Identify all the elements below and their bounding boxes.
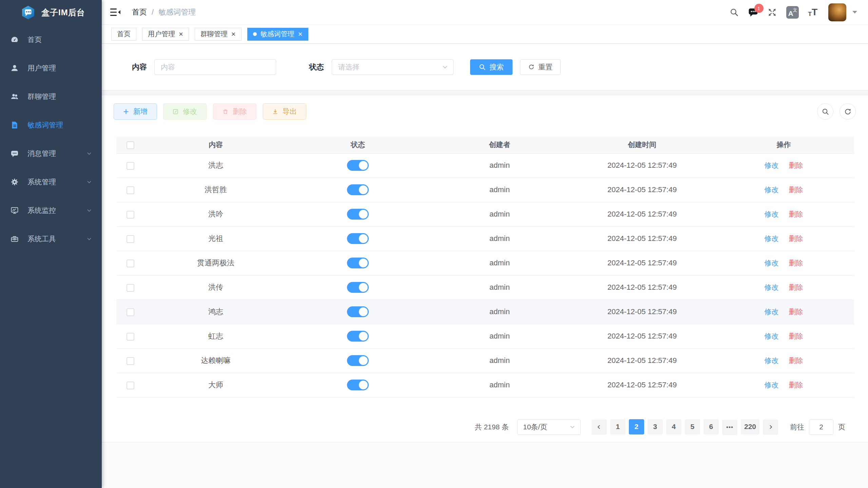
status-toggle[interactable] (347, 282, 369, 293)
content-input[interactable] (154, 59, 276, 75)
delete-button[interactable]: 删除 (213, 103, 256, 120)
refresh-icon (528, 64, 535, 70)
close-icon[interactable]: × (179, 30, 183, 38)
delete-link[interactable]: 删除 (789, 161, 803, 169)
header-messages-button[interactable]: 1 (748, 8, 758, 17)
row-checkbox[interactable] (127, 260, 134, 267)
row-checkbox[interactable] (127, 186, 134, 194)
language-switch-button[interactable]: A 文 (786, 6, 799, 19)
avatar[interactable] (828, 3, 846, 21)
delete-link[interactable]: 删除 (789, 235, 803, 242)
page-button-3[interactable]: 3 (648, 419, 663, 434)
status-toggle[interactable] (347, 233, 369, 244)
sidebar-item-system-monitor[interactable]: 系统监控 (0, 196, 102, 225)
column-header-creator: 创建者 (428, 137, 571, 153)
breadcrumb-current: 敏感词管理 (158, 7, 196, 17)
page-button-220[interactable]: 220 (741, 419, 759, 434)
tab-sensitive-words[interactable]: 敏感词管理 × (247, 28, 308, 41)
sidebar-item-users[interactable]: 用户管理 (0, 54, 102, 82)
header-search-button[interactable] (730, 8, 739, 17)
row-checkbox[interactable] (127, 284, 134, 292)
page-size-select[interactable]: 10条/页 (517, 420, 581, 435)
sidebar-item-system-admin[interactable]: 系统管理 (0, 168, 102, 196)
delete-link[interactable]: 删除 (789, 332, 803, 340)
sidebar-item-system-tools[interactable]: 系统工具 (0, 225, 102, 253)
edit-link[interactable]: 修改 (765, 161, 779, 169)
delete-link[interactable]: 删除 (789, 186, 803, 194)
status-toggle[interactable] (347, 355, 369, 366)
monitor-icon (10, 206, 19, 215)
edit-link[interactable]: 修改 (765, 332, 779, 340)
pager-next-button[interactable] (763, 420, 778, 435)
row-checkbox[interactable] (127, 333, 134, 341)
sidebar-item-groups[interactable]: 群聊管理 (0, 82, 102, 111)
status-toggle[interactable] (347, 160, 369, 171)
delete-link[interactable]: 删除 (789, 259, 803, 267)
add-button-label: 新增 (133, 107, 148, 116)
edit-link[interactable]: 修改 (765, 235, 779, 242)
cell-created-at: 2024-12-05 12:57:49 (571, 300, 713, 324)
delete-link[interactable]: 删除 (789, 283, 803, 291)
sidebar-item-messages[interactable]: 消息管理 (0, 139, 102, 168)
sidebar-item-sensitive-words[interactable]: 敏感词管理 (0, 111, 102, 139)
page-button-5[interactable]: 5 (685, 419, 700, 434)
row-checkbox[interactable] (127, 308, 134, 316)
delete-link[interactable]: 删除 (789, 308, 803, 316)
page-button-6[interactable]: 6 (703, 419, 719, 434)
cell-content: 洪传 (144, 275, 287, 300)
status-toggle[interactable] (347, 184, 369, 195)
breadcrumb-home[interactable]: 首页 (132, 7, 147, 17)
user-menu[interactable] (828, 3, 857, 21)
status-toggle[interactable] (347, 380, 369, 390)
row-checkbox[interactable] (127, 162, 134, 170)
edit-link[interactable]: 修改 (765, 283, 779, 291)
message-icon (10, 149, 19, 158)
sidebar-collapse-icon[interactable] (110, 8, 120, 17)
row-checkbox[interactable] (127, 235, 134, 243)
edit-link[interactable]: 修改 (765, 308, 779, 316)
export-button[interactable]: 导出 (263, 103, 306, 120)
delete-link[interactable]: 删除 (789, 357, 803, 364)
pager-prev-button[interactable] (592, 420, 607, 435)
tab-user-management[interactable]: 用户管理 × (142, 28, 189, 41)
status-toggle[interactable] (347, 209, 369, 220)
edit-link[interactable]: 修改 (765, 381, 779, 389)
goto-suffix: 页 (838, 422, 845, 432)
download-icon (272, 109, 278, 115)
delete-link[interactable]: 删除 (789, 381, 803, 389)
tab-group-management[interactable]: 群聊管理 × (195, 28, 242, 41)
pager-ellipsis[interactable]: ••• (722, 420, 737, 435)
font-size-button[interactable]: TT (808, 7, 818, 17)
edit-link[interactable]: 修改 (765, 357, 779, 364)
sidebar-item-home[interactable]: 首页 (0, 25, 102, 54)
cell-creator: admin (428, 153, 571, 178)
search-button[interactable]: 搜索 (470, 59, 513, 75)
page-button-1[interactable]: 1 (610, 419, 625, 434)
cell-content: 洪吟 (144, 202, 287, 226)
refresh-button[interactable] (840, 103, 856, 120)
status-toggle[interactable] (347, 306, 369, 317)
status-toggle[interactable] (347, 331, 369, 342)
delete-link[interactable]: 删除 (789, 210, 803, 218)
tab-home[interactable]: 首页 (111, 28, 136, 41)
status-select[interactable]: 请选择 (332, 59, 454, 75)
page-button-2[interactable]: 2 (629, 419, 644, 434)
row-checkbox[interactable] (127, 211, 134, 219)
close-icon[interactable]: × (231, 30, 236, 38)
add-button[interactable]: 新增 (114, 103, 157, 120)
edit-button[interactable]: 修改 (163, 103, 207, 120)
reset-button[interactable]: 重置 (520, 59, 561, 75)
status-toggle[interactable] (347, 258, 369, 268)
edit-link[interactable]: 修改 (765, 186, 779, 194)
sidebar-item-label: 系统监控 (27, 206, 56, 215)
edit-link[interactable]: 修改 (765, 259, 779, 267)
goto-page-input[interactable] (809, 420, 833, 435)
page-button-4[interactable]: 4 (666, 419, 681, 434)
row-checkbox[interactable] (127, 382, 134, 389)
row-checkbox[interactable] (127, 357, 134, 365)
close-icon[interactable]: × (298, 30, 303, 38)
edit-link[interactable]: 修改 (765, 210, 779, 218)
select-all-checkbox[interactable] (127, 141, 134, 149)
fullscreen-button[interactable] (768, 8, 777, 17)
show-search-button[interactable] (817, 103, 833, 120)
